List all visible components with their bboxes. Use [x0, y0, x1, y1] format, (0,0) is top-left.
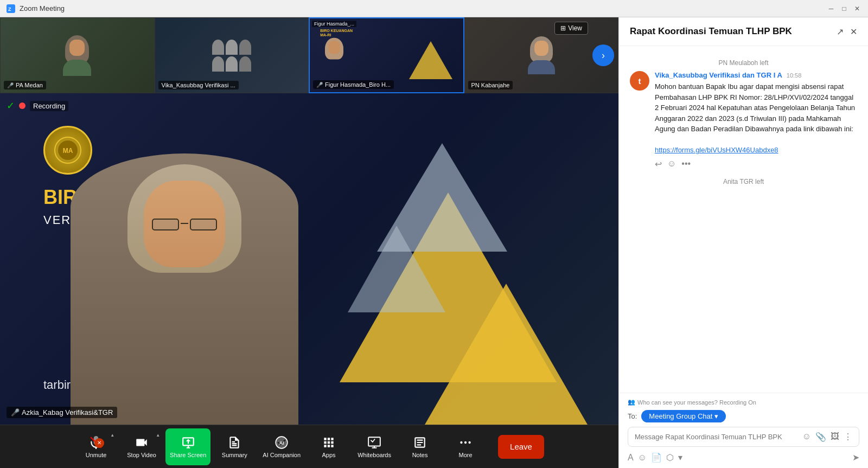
main-video-area: MA BIRO KEUANGAN MA-RI VERIFIKASI DAN TG… — [0, 93, 618, 425]
video-caret[interactable]: ▲ — [156, 433, 160, 438]
next-participants-button[interactable]: › — [592, 44, 614, 66]
zoom-icon: Z — [7, 4, 15, 13]
notes-icon — [413, 435, 427, 450]
message-text: Mohon bantuan Bapak Ibu agar dapat mengi… — [655, 81, 857, 156]
minimize-button[interactable]: ─ — [827, 4, 835, 13]
thumbnail-label-2: Vika_Kasubbag Verifikasi ... — [158, 81, 239, 89]
chat-screenshot-bottom-icon[interactable]: ⬡ — [666, 452, 674, 463]
close-button[interactable]: ✕ — [853, 4, 861, 13]
chat-header-icons: ↗ ✕ — [837, 27, 857, 37]
external-link-icon[interactable]: ↗ — [837, 27, 844, 37]
svg-point-9 — [464, 441, 467, 443]
privacy-icon: 👥 — [628, 399, 635, 406]
apps-icon — [322, 435, 336, 450]
thumbnail-figur[interactable]: BIRO KEUANGANMA-RI Figur Hasmada_... 🎤 F… — [309, 17, 464, 93]
system-message-1: PN Meulaboh left — [630, 59, 857, 67]
notes-button[interactable]: Notes — [398, 428, 442, 465]
mic-icon: ✕ — [89, 435, 103, 450]
message-time: 10:58 — [787, 72, 802, 79]
share-screen-button[interactable]: Share Screen — [165, 428, 210, 465]
reply-icon[interactable]: ↩ — [655, 159, 662, 169]
leave-button[interactable]: Leave — [498, 435, 544, 459]
check-icon: ✓ — [7, 100, 15, 112]
app-title: Zoom Meeting — [20, 4, 65, 12]
chat-input-icons: ☺ 📎 🖼 ⋮ — [802, 432, 852, 442]
bg-triangle-4 — [348, 226, 445, 312]
reaction-icon[interactable]: ☺ — [667, 159, 676, 169]
summary-button[interactable]: Summary — [213, 428, 256, 465]
ai-companion-button[interactable]: AI AI Companion — [258, 428, 305, 465]
chat-panel: Rapat Koordinasi Temuan TLHP BPK ↗ ✕ PN … — [618, 17, 868, 468]
chat-emoji-bottom-icon[interactable]: ☺ — [638, 453, 647, 463]
message-actions: ↩ ☺ ••• — [655, 159, 857, 169]
unmute-button[interactable]: ▲ ✕ Unmute — [74, 428, 118, 465]
more-input-icon[interactable]: ⋮ — [844, 432, 852, 442]
maximize-button[interactable]: □ — [840, 4, 848, 13]
unmute-caret[interactable]: ▲ — [110, 433, 114, 438]
speaker-video-overlay — [43, 110, 326, 425]
mic-muted-icon-1: 🎤 — [7, 82, 14, 88]
chat-recipient-selector[interactable]: Meeting Group Chat ▾ — [641, 410, 726, 422]
attachment-icon[interactable]: 📎 — [815, 432, 826, 442]
chat-file-icon[interactable]: 📄 — [651, 452, 662, 463]
ai-companion-icon: AI — [275, 435, 289, 450]
chat-messages: PN Meulaboh left t Vika_Kasubbag Verifik… — [619, 46, 868, 393]
view-button[interactable]: ⊞ View — [554, 22, 588, 35]
chat-message-1: t Vika_Kasubbag Verifikasi dan TGR I A 1… — [630, 71, 857, 169]
thumbnail-vika[interactable]: Vika_Kasubbag Verifikasi ... — [155, 17, 309, 93]
apps-button[interactable]: Apps — [307, 428, 350, 465]
video-icon — [135, 435, 149, 450]
thumbnail-label-4: PN Kabanjahe — [468, 81, 513, 89]
recording-indicator: ✓ Recording — [7, 100, 68, 112]
bg-triangle-2 — [425, 284, 588, 425]
system-message-2: Anita TGR left — [630, 178, 857, 185]
chat-send-icon[interactable]: ➤ — [852, 452, 859, 463]
svg-text:AI: AI — [279, 440, 284, 446]
sender-avatar: t — [630, 71, 649, 91]
message-link[interactable]: https://forms.gle/biVUsHXW46Uabdxe8 — [655, 146, 778, 154]
chat-to-row: To: Meeting Group Chat ▾ — [628, 410, 859, 422]
emoji-icon[interactable]: ☺ — [802, 432, 811, 442]
sender-name: Vika_Kasubbag Verifikasi dan TGR I A — [655, 71, 782, 79]
whiteboards-icon — [367, 435, 381, 450]
recording-dot — [19, 102, 25, 109]
svg-text:Z: Z — [8, 7, 11, 12]
figur-name-overlay: Figur Hasmada_... — [312, 21, 356, 27]
chat-format-icon[interactable]: A — [628, 453, 634, 463]
main-area: 🎤 PA Medan — [0, 17, 868, 468]
chat-input[interactable] — [635, 433, 798, 441]
chat-bottom-icons: A ☺ 📄 ⬡ ▾ ➤ — [628, 452, 859, 463]
window-controls: ─ □ ✕ — [827, 4, 861, 13]
svg-rect-7 — [368, 437, 380, 446]
chat-input-row: ☺ 📎 🖼 ⋮ — [628, 427, 859, 447]
mic-muted-icon-main: 🎤 — [11, 408, 20, 416]
whiteboards-button[interactable]: Whiteboards — [353, 428, 396, 465]
more-button[interactable]: More — [444, 428, 487, 465]
chat-to-label: To: — [628, 412, 637, 420]
chat-caret-bottom-icon[interactable]: ▾ — [678, 452, 682, 463]
share-screen-icon — [181, 435, 195, 450]
svg-point-8 — [460, 441, 462, 443]
thumbnail-pa-medan[interactable]: 🎤 PA Medan — [0, 17, 155, 93]
title-bar-left: Z Zoom Meeting — [7, 4, 65, 13]
title-bar: Z Zoom Meeting ─ □ ✕ — [0, 0, 868, 17]
chat-footer: 👥 Who can see your messages? Recording O… — [619, 393, 868, 468]
summary-icon — [227, 435, 241, 450]
speaker-name-label: 🎤 Azkia_Kabag Verifikasi&TGR — [7, 407, 117, 418]
video-section: 🎤 PA Medan — [0, 17, 618, 468]
chat-message-body: Vika_Kasubbag Verifikasi dan TGR I A 10:… — [655, 71, 857, 169]
screenshot-icon[interactable]: 🖼 — [831, 432, 839, 442]
toolbar: ▲ ✕ Unmute ▲ — [0, 425, 618, 468]
dropdown-caret-icon: ▾ — [714, 412, 718, 420]
mic-muted-icon-3: 🎤 — [316, 82, 323, 88]
privacy-notice: 👥 Who can see your messages? Recording O… — [628, 399, 859, 406]
recording-label: Recording — [30, 101, 68, 111]
view-grid-icon: ⊞ — [560, 24, 566, 32]
thumbnail-strip: 🎤 PA Medan — [0, 17, 618, 93]
close-chat-icon[interactable]: ✕ — [850, 27, 857, 37]
person-body — [71, 153, 298, 425]
stop-video-button[interactable]: ▲ Stop Video — [120, 428, 163, 465]
thumbnail-label-3: 🎤 Figur Hasmada_Biro H... — [313, 80, 394, 89]
thumbnail-label-1: 🎤 PA Medan — [4, 81, 46, 89]
more-actions-icon[interactable]: ••• — [681, 159, 691, 169]
